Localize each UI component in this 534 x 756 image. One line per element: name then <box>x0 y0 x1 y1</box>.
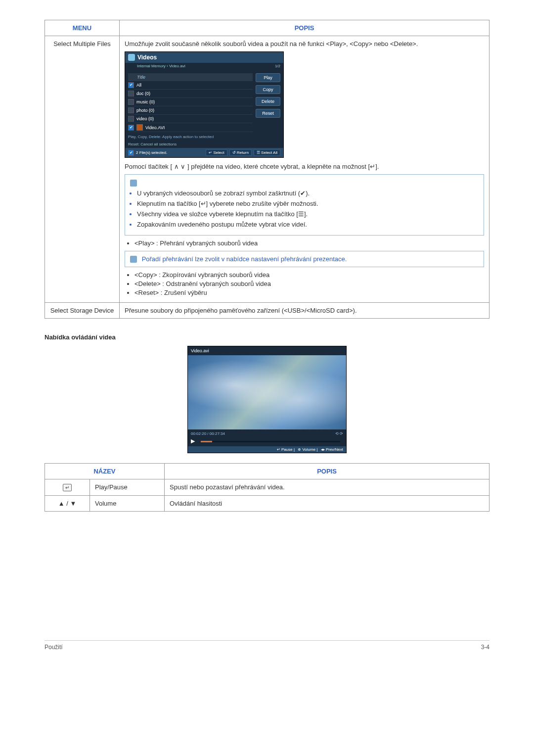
player-controls-bar: 00:02:20 / 00:27:34 ⟲ ⟳ <box>188 429 346 438</box>
videos-screen-mock: Videos Internal Memory › Video.avi 1/2 T… <box>125 51 284 158</box>
videos-breadcrumb: Internal Memory › Video.avi <box>137 64 185 68</box>
videos-screen-header: Videos <box>125 52 283 63</box>
checkbox-icon <box>128 116 134 122</box>
action-buttons: Play Copy Delete Reset <box>256 73 280 132</box>
control-name: Volume <box>90 496 165 512</box>
note-item: U vybraných videosouborů se zobrazí symb… <box>137 189 310 197</box>
play-icon[interactable]: ▶ <box>191 438 195 444</box>
list-item[interactable]: ✔ All <box>128 81 253 90</box>
list-item-label: video (0) <box>136 116 154 121</box>
checkbox-icon <box>128 99 134 105</box>
note-item: Všechny videa ve složce vyberete klepnut… <box>137 210 308 218</box>
video-player-mock: Video.avi 00:02:20 / 00:27:34 ⟲ ⟳ ▶ ↵ Pa… <box>187 346 347 453</box>
list-item-label: photo (0) <box>136 108 154 113</box>
note-icon <box>130 180 137 187</box>
list-header-title: Title <box>128 73 253 81</box>
menu-select-multiple-files: Select Multiple Files <box>45 36 120 303</box>
footer-volume-hint: ≑ Volume <box>298 447 315 452</box>
control-desc: Spustí nebo pozastaví přehrávání videa. <box>165 479 490 496</box>
player-video-area <box>188 355 346 429</box>
checkbox-icon <box>128 91 134 96</box>
videos-page-indicator: 1/2 <box>275 64 280 68</box>
footer-selectall-button[interactable]: ☰ Select All <box>254 149 280 156</box>
control-table: NÁZEV POPIS ↵ Play/Pause Spustí nebo poz… <box>44 463 490 512</box>
films-icon <box>128 54 135 61</box>
enter-icon: ↵ <box>63 484 72 491</box>
control-icon-cell: ▲ / ▼ <box>45 496 90 512</box>
loop-icon: ⟳ <box>340 431 343 436</box>
repeat-icon: ⟲ <box>335 431 339 436</box>
control-name: Play/Pause <box>90 479 165 496</box>
desc-intro: Umožňuje zvolit současně několik souborů… <box>125 40 484 47</box>
footer-select-button[interactable]: ↵ Select <box>206 149 227 156</box>
control-desc: Ovládání hlasitosti <box>165 496 490 512</box>
copy-button[interactable]: Copy <box>256 85 280 94</box>
list-item-label: All <box>136 83 141 88</box>
play-desc: <Play> : Přehrání vybraných souborů vide… <box>134 239 484 247</box>
videos-list: Title ✔ All doc (0) music (0) <box>128 73 253 132</box>
menu-description-table: MENU POPIS Select Multiple Files Umožňuj… <box>44 20 490 319</box>
desc-select-storage-device: Přesune soubory do připojeného paměťovéh… <box>120 303 490 319</box>
delete-desc: <Delete> : Odstranění vybraných souborů … <box>134 280 484 287</box>
checkbox-icon <box>128 107 134 113</box>
list-item[interactable]: photo (0) <box>128 106 253 115</box>
videos-footer: ✔ 2 File(s) selected. ↵ Select ↺ Return … <box>125 148 283 157</box>
checkbox-checked-icon: ✔ <box>128 150 134 156</box>
delete-button[interactable]: Delete <box>256 97 280 106</box>
header-popis: POPIS <box>120 20 490 36</box>
section-heading-video-control: Nabídka ovládání videa <box>44 333 490 341</box>
header-menu: MENU <box>45 20 120 36</box>
player-footer: ↵ Pause | ≑ Volume | ◂▸ Prev/Next <box>188 446 346 453</box>
note-box-1: U vybraných videosouborů se zobrazí symb… <box>125 174 484 236</box>
checkbox-checked-icon: ✔ <box>128 125 134 131</box>
footer-nav-hint: ◂▸ Prev/Next <box>321 447 343 452</box>
note-order-text: Pořadí přehrávání lze zvolit v nabídce n… <box>142 255 347 263</box>
list-item[interactable]: music (0) <box>128 98 253 106</box>
note-icon <box>130 256 137 263</box>
videos-title: Videos <box>137 54 157 61</box>
list-item-label: doc (0) <box>136 91 150 96</box>
footer-section: Použití <box>44 644 63 651</box>
hint-line-2: Reset: Cancel all selections <box>125 141 283 148</box>
control-icon-cell: ↵ <box>45 479 90 496</box>
note-item: Klepnutím na tlačítko [↵] vyberete nebo … <box>137 200 318 207</box>
note-item: Zopakováním uvedeného postupu můžete vyb… <box>137 221 307 228</box>
header-popis: POPIS <box>165 464 490 479</box>
navigation-instruction: Pomocí tlačítek [ ∧ ∨ ] přejděte na vide… <box>125 163 484 170</box>
header-name: NÁZEV <box>45 464 165 479</box>
hint-line-1: Play, Copy, Delete: Apply each action to… <box>125 133 283 141</box>
footer-page-number: 3-4 <box>481 644 490 651</box>
list-item-label: music (0) <box>136 99 155 104</box>
note-box-2: Pořadí přehrávání lze zvolit v nabídce n… <box>125 251 484 268</box>
player-title: Video.avi <box>188 346 346 355</box>
footer-pause-hint: ↵ Pause <box>277 447 293 452</box>
progress-bar[interactable] <box>201 441 340 442</box>
footer-return-button[interactable]: ↺ Return <box>229 149 252 156</box>
menu-select-storage-device: Select Storage Device <box>45 303 120 319</box>
list-item[interactable]: video (0) <box>128 115 253 123</box>
selected-count: 2 File(s) selected. <box>136 150 167 155</box>
checkbox-checked-icon: ✔ <box>128 82 134 88</box>
list-item[interactable]: doc (0) <box>128 90 253 98</box>
videos-breadcrumb-row: Internal Memory › Video.avi 1/2 <box>125 63 283 71</box>
list-item[interactable]: ✔ Video.AVI <box>128 123 253 132</box>
page-footer: Použití 3-4 <box>44 640 490 651</box>
list-item-label: Video.AVI <box>145 125 165 130</box>
reset-desc: <Reset> : Zrušení výběru <box>134 289 484 296</box>
copy-desc: <Copy> : Zkopírování vybraných souborů v… <box>134 271 484 279</box>
player-time: 00:02:20 / 00:27:34 <box>191 431 225 436</box>
desc-select-multiple-files: Umožňuje zvolit současně několik souborů… <box>120 36 490 303</box>
video-thumb-icon <box>136 124 143 131</box>
play-button[interactable]: Play <box>256 73 280 82</box>
reset-button[interactable]: Reset <box>256 109 280 118</box>
